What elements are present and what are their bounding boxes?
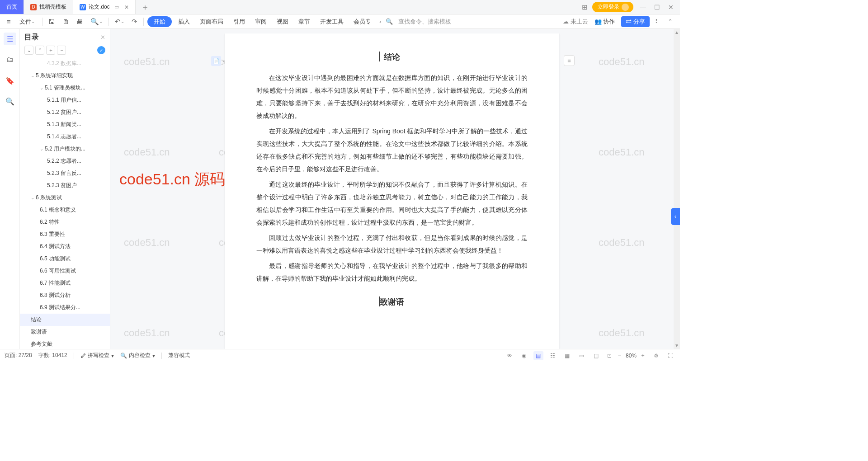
zoom-in-icon[interactable]: ＋ [639,352,646,359]
outline-item[interactable]: 6.6 可用性测试 [20,265,110,277]
preview-icon[interactable]: 🔍⌄ [88,16,105,27]
focus-icon[interactable]: ◉ [519,351,529,360]
outline-tools: ⌄ ⌃ ＋ － ✓ [20,45,110,57]
view-outline-icon[interactable]: ☷ [548,351,558,360]
outline-item[interactable]: 5.2.3 留言反... [20,167,110,179]
outline-item[interactable]: ⌄5.1 管理员模块... [20,82,110,94]
vertical-scrollbar[interactable]: ▲ ▼ [674,29,680,349]
collab-button[interactable]: 👥 协作 [591,16,618,27]
close-icon[interactable]: ✕ [124,4,129,10]
settings-icon[interactable]: ⚙ [651,351,661,360]
save-icon[interactable]: 🖫 [46,16,57,27]
redo-icon[interactable]: ↷ [129,16,140,27]
fullscreen-icon[interactable]: ⛶ [665,351,675,360]
outline-item[interactable]: 5.2.3 贫困户 [20,179,110,192]
scroll-down-icon[interactable]: ▼ [675,343,679,348]
expand-all-icon[interactable]: ⌃ [35,46,44,55]
menu-more-icon[interactable]: › [377,18,383,25]
outline-item-trunc[interactable]: 4.3.2 数据库... [20,57,110,70]
outline-item[interactable]: 6.1 概念和意义 [20,204,110,216]
outline-sync-icon[interactable]: ✓ [97,46,105,54]
outline-item[interactable]: 结论 [20,314,110,326]
outline-item[interactable]: 参考文献 [20,338,110,349]
zoom-value[interactable]: 80% [626,353,637,359]
search-side-icon[interactable]: 🔍 [4,95,16,108]
tab-home[interactable]: 首页 [0,0,24,14]
undo-icon[interactable]: ↶⌄ [113,16,127,27]
toolbar-more-icon[interactable]: ⠇ [652,18,662,25]
nav-icon[interactable]: 🗂 [4,53,16,66]
document-canvas[interactable]: code51.cncode51.cncode51.cncode51.cncode… [110,29,674,349]
toolbar: ≡ 文件⌄ 🖫 🗎 🖶 🔍⌄ ↶⌄ ↷ 开始 插入 页面布局 引用 审阅 视图 … [0,14,680,29]
add-node-icon[interactable]: ＋ [46,46,55,55]
outline-item[interactable]: ⌄5.2 用户模块的... [20,143,110,155]
toolbar-collapse-icon[interactable]: ⌃ [665,18,675,25]
tab-bar: 首页 D找稻壳模板 W论文.doc▭✕ ＋ ⊞ 立即登录 — ☐ ✕ [0,0,680,14]
outline-item[interactable]: 5.1.1 用户信... [20,94,110,106]
menu-review[interactable]: 审阅 [251,16,270,27]
menu-chapter[interactable]: 章节 [295,16,314,27]
outline-item[interactable]: 致谢语 [20,326,110,338]
page-format-icon[interactable]: 📄▾ [211,56,221,66]
menu-start[interactable]: 开始 [147,16,172,27]
print-icon[interactable]: 🖶 [74,16,85,27]
outline-icon[interactable]: ☰ [4,33,16,45]
cloud-status[interactable]: ☁ 未上云 [563,18,588,26]
save-as-icon[interactable]: 🗎 [60,16,71,27]
side-expand-tab[interactable]: ‹ [671,208,680,225]
zoom-out-icon[interactable]: − [616,353,623,359]
maximize-icon[interactable]: ☐ [652,4,662,11]
menu-layout[interactable]: 页面布局 [196,16,227,27]
collapse-all-icon[interactable]: ⌄ [24,46,33,55]
outline-item[interactable]: ⌄5 系统详细实现 [20,70,110,82]
outline-close-icon[interactable]: ✕ [100,34,105,41]
outline-item[interactable]: 6.9 测试结果分... [20,301,110,314]
spellcheck-button[interactable]: 🖉 拼写检查 ▾ [80,352,114,359]
file-menu[interactable]: 文件⌄ [16,16,38,27]
login-button[interactable]: 立即登录 [592,2,633,12]
share-label: 分享 [633,18,645,26]
view-web-icon[interactable]: ▦ [562,351,572,360]
outline-item[interactable]: 6.4 测试方法 [20,240,110,253]
outline-item[interactable]: 6.5 功能测试 [20,253,110,265]
outline-item[interactable]: 5.2.2 志愿者... [20,155,110,167]
menu-dev[interactable]: 开发工具 [316,16,347,27]
outline-item[interactable]: 6.3 重要性 [20,228,110,240]
scroll-up-icon[interactable]: ▲ [675,30,679,35]
zoom-fit-icon[interactable]: ⊡ [606,353,613,359]
page-settings-icon[interactable]: ≡ [564,55,575,66]
page-indicator[interactable]: 页面: 27/28 [5,352,32,359]
search-input[interactable]: 查找命令、搜索模板 [395,16,455,27]
word-count[interactable]: 字数: 10412 [38,352,67,359]
menu-reference[interactable]: 引用 [230,16,249,27]
menu-insert[interactable]: 插入 [175,16,193,27]
menu-icon[interactable]: ≡ [5,16,13,27]
remove-node-icon[interactable]: － [57,46,66,55]
window-mode-icon[interactable]: ▭ [114,4,119,10]
bookmark-icon[interactable]: 🔖 [4,74,16,87]
view-read-icon[interactable]: ▭ [577,351,587,360]
outline-item[interactable]: 6.8 测试分析 [20,289,110,301]
outline-item[interactable]: ⌄6 系统测试 [20,192,110,204]
share-button[interactable]: ⮂ 分享 [621,16,650,27]
close-window-icon[interactable]: ✕ [666,4,675,11]
outline-item[interactable]: 5.1.3 新闻类... [20,118,110,131]
tab-doc[interactable]: W论文.doc▭✕ [73,0,136,14]
minimize-icon[interactable]: — [638,4,648,11]
tab-add[interactable]: ＋ [136,0,155,14]
apps-icon[interactable]: ⊞ [582,3,588,11]
outline-item[interactable]: 6.7 性能测试 [20,277,110,289]
content-check-button[interactable]: 🔍 内容检查 ▾ [120,352,155,359]
spellcheck-label: 拼写检查 [88,352,109,359]
view-page-icon[interactable]: ▤ [533,351,543,360]
outline-item[interactable]: 6.2 特性 [20,216,110,228]
outline-item[interactable]: 5.1.2 贫困户... [20,106,110,118]
compat-mode[interactable]: 兼容模式 [168,352,190,359]
tab-template[interactable]: D找稻壳模板 [24,0,73,14]
menu-view[interactable]: 视图 [273,16,292,27]
eye-icon[interactable]: 👁 [505,351,514,360]
menu-vip[interactable]: 会员专 [350,16,375,27]
outline-list[interactable]: 4.3.2 数据库... ⌄5 系统详细实现⌄5.1 管理员模块...5.1.1… [20,57,110,349]
view-comment-icon[interactable]: ◫ [591,351,601,360]
outline-item[interactable]: 5.1.4 志愿者... [20,131,110,143]
